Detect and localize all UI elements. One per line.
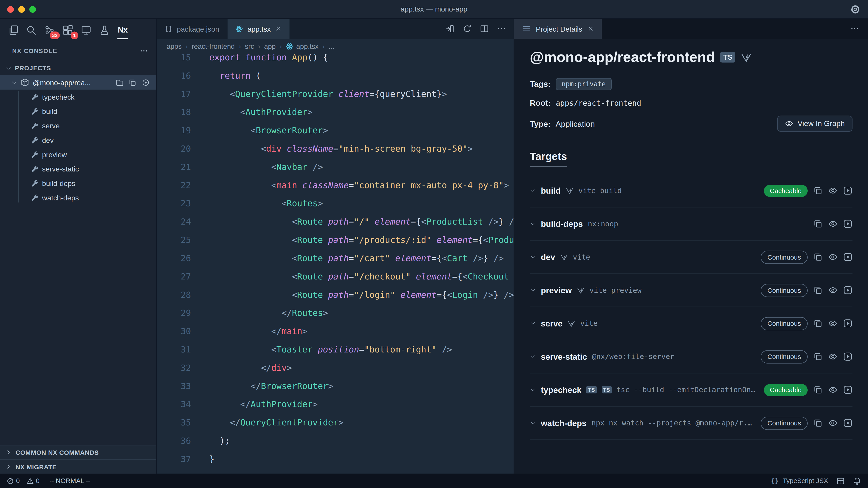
view-target-button[interactable]: [828, 252, 838, 262]
close-panel-icon[interactable]: [587, 26, 594, 32]
refresh-icon[interactable]: [463, 24, 471, 33]
sidebar-target-build-deps[interactable]: build-deps: [0, 176, 156, 191]
run-target-button[interactable]: [843, 418, 852, 428]
view-target-button[interactable]: [828, 286, 838, 295]
breadcrumb-item[interactable]: ...: [329, 43, 335, 51]
sidebar-target-preview[interactable]: preview: [0, 147, 156, 162]
target-icon[interactable]: [142, 78, 150, 87]
tab-project-details[interactable]: Project Details: [514, 19, 601, 39]
code-line-31: 31 <Toaster position="bottom-right" />: [157, 341, 514, 359]
run-target-button[interactable]: [843, 219, 852, 229]
view-target-button[interactable]: [828, 385, 838, 394]
view-target-button[interactable]: [828, 219, 838, 229]
more-actions-icon[interactable]: [140, 46, 148, 55]
copy-icon: [813, 319, 823, 328]
project-row-mono-app[interactable]: @mono-app/rea...: [0, 75, 156, 90]
run-target-button[interactable]: [843, 186, 852, 195]
sidebar-target-build[interactable]: build: [0, 104, 156, 119]
activity-beaker-button[interactable]: [96, 19, 113, 41]
open-changes-icon[interactable]: [445, 24, 454, 33]
window-controls: [0, 6, 36, 12]
sidebar-target-serve[interactable]: serve: [0, 119, 156, 133]
more-actions-icon[interactable]: [850, 24, 868, 33]
run-target-button[interactable]: [843, 286, 852, 295]
activity-nx-button[interactable]: Nx: [114, 19, 131, 41]
copy-target-button[interactable]: [813, 219, 823, 229]
project-title-row: @mono-app/react-frontend TS: [530, 49, 852, 66]
chev-down-icon[interactable]: [530, 287, 536, 293]
run-target-button[interactable]: [843, 319, 852, 328]
sidebar-target-serve-static[interactable]: serve-static: [0, 162, 156, 176]
activity-badge: 1: [71, 32, 78, 39]
view-target-button[interactable]: [828, 319, 838, 328]
chev-down-icon[interactable]: [530, 221, 536, 227]
close-window-button[interactable]: [7, 6, 14, 12]
nx-migrate-section[interactable]: NX MIGRATE: [0, 459, 156, 474]
chev-down-icon[interactable]: [530, 420, 536, 426]
eye-icon: [828, 286, 838, 295]
tab-package-json[interactable]: {} package.json: [157, 19, 228, 39]
chev-down-icon[interactable]: [530, 387, 536, 393]
problems-warnings[interactable]: 0: [26, 477, 39, 485]
notifications-bell-icon[interactable]: [853, 477, 862, 485]
project-title: @mono-app/react-frontend: [530, 49, 715, 66]
editor-actions: [445, 19, 514, 39]
activity-files-button[interactable]: [4, 19, 22, 41]
tags-row: Tags: npm:private: [530, 78, 852, 90]
sidebar-target-watch-deps[interactable]: watch-deps: [0, 190, 156, 205]
more-actions-icon[interactable]: [497, 24, 506, 33]
continuous-badge: Continuous: [761, 416, 808, 430]
activity-search-button[interactable]: [23, 19, 40, 41]
package-icon: [21, 78, 29, 87]
sidebar-target-typecheck[interactable]: typecheck: [0, 90, 156, 104]
breadcrumb-item[interactable]: src: [245, 43, 254, 51]
split-editor-icon[interactable]: [480, 24, 489, 33]
code-editor[interactable]: 15export function App() {16 return (17 <…: [157, 54, 514, 474]
breadcrumb-item[interactable]: app.tsx: [286, 43, 318, 51]
zoom-window-button[interactable]: [29, 6, 36, 12]
view-target-button[interactable]: [828, 186, 838, 195]
eye-icon: [828, 219, 838, 229]
copy-icon[interactable]: [128, 78, 136, 87]
copy-target-button[interactable]: [813, 352, 823, 361]
settings-gear-icon[interactable]: [850, 4, 860, 14]
statusbar: 0 0 -- NORMAL -- {} TypeScript JSX: [0, 474, 868, 488]
language-label: TypeScript JSX: [783, 477, 828, 485]
sidebar-target-dev[interactable]: dev: [0, 133, 156, 147]
copy-target-button[interactable]: [813, 319, 823, 328]
view-target-button[interactable]: [828, 418, 838, 428]
panel-tabbar: Project Details: [514, 19, 868, 39]
folder-icon[interactable]: [116, 78, 124, 87]
tab-app-tsx[interactable]: app.tsx: [228, 19, 290, 39]
problems-errors[interactable]: 0: [6, 477, 20, 485]
run-target-button[interactable]: [843, 252, 852, 262]
language-selector[interactable]: {} TypeScript JSX: [771, 477, 828, 485]
view-in-graph-button[interactable]: View In Graph: [777, 116, 852, 132]
copy-target-button[interactable]: [813, 418, 823, 428]
copy-target-button[interactable]: [813, 385, 823, 394]
target-row-build: buildvite buildCacheable: [530, 174, 852, 207]
chev-down-icon[interactable]: [530, 320, 536, 326]
chev-down-icon[interactable]: [530, 188, 536, 194]
breadcrumb-item[interactable]: app: [264, 43, 276, 51]
breadcrumb-item[interactable]: react-frontend: [192, 43, 235, 51]
common-nx-commands-section[interactable]: COMMON NX COMMANDS: [0, 445, 156, 459]
activity-extensions-button[interactable]: 1: [59, 19, 76, 41]
copy-target-button[interactable]: [813, 252, 823, 262]
run-target-button[interactable]: [843, 385, 852, 394]
run-target-button[interactable]: [843, 352, 852, 361]
close-tab-icon[interactable]: [275, 26, 282, 32]
projects-section-row[interactable]: PROJECTS: [0, 61, 156, 75]
eye-icon: [828, 319, 838, 328]
vite-icon: [560, 253, 568, 261]
chev-down-icon[interactable]: [530, 354, 536, 360]
minimize-window-button[interactable]: [18, 6, 25, 12]
activity-remote-button[interactable]: [78, 19, 95, 41]
breadcrumb-item[interactable]: apps: [166, 43, 182, 51]
layout-grid-icon[interactable]: [836, 477, 845, 485]
copy-target-button[interactable]: [813, 286, 823, 295]
copy-target-button[interactable]: [813, 186, 823, 195]
chev-down-icon[interactable]: [530, 254, 536, 260]
activity-source-control-button[interactable]: 32: [41, 19, 58, 41]
view-target-button[interactable]: [828, 352, 838, 361]
